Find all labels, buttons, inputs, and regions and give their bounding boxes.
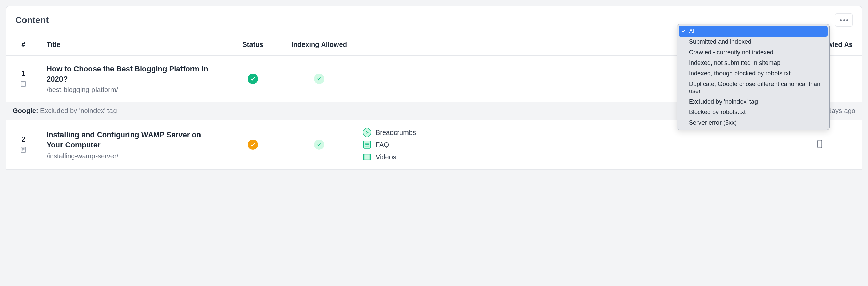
- rich-result-videos: Videos: [363, 153, 396, 161]
- group-status-value: Excluded by 'noindex' tag: [40, 107, 117, 114]
- faq-icon: [363, 140, 371, 149]
- group-source-label: Google:: [13, 107, 38, 114]
- column-header-number[interactable]: #: [6, 34, 40, 56]
- dropdown-item-indexed-not-submitted[interactable]: Indexed, not submitted in sitemap: [679, 58, 828, 68]
- row-slug: /best-blogging-platform/: [47, 86, 218, 94]
- videos-icon: [363, 153, 371, 161]
- rich-result-breadcrumbs: Breadcrumbs: [363, 128, 416, 137]
- indexing-badge: [314, 140, 324, 150]
- dropdown-item-excluded-noindex[interactable]: Excluded by 'noindex' tag: [679, 96, 828, 107]
- column-header-indexing[interactable]: Indexing Allowed: [282, 34, 357, 56]
- svg-rect-25: [818, 140, 822, 148]
- breadcrumbs-icon: [363, 128, 371, 137]
- content-panel: Content All Submitted and indexed Crawle…: [6, 6, 862, 170]
- dropdown-item-crawled-not-indexed[interactable]: Crawled - currently not indexed: [679, 47, 828, 58]
- document-icon: [20, 146, 27, 155]
- document-icon: [20, 81, 27, 89]
- status-filter-dropdown[interactable]: All Submitted and indexed Crawled - curr…: [677, 24, 830, 130]
- dropdown-item-server-error[interactable]: Server error (5xx): [679, 118, 828, 128]
- more-actions-button[interactable]: [835, 13, 853, 27]
- svg-point-16: [365, 146, 366, 147]
- mobile-device-icon: [816, 144, 823, 150]
- svg-point-14: [365, 144, 366, 145]
- row-number: 2: [13, 135, 34, 144]
- column-header-title[interactable]: Title: [40, 34, 224, 56]
- dropdown-item-blocked-robots[interactable]: Blocked by robots.txt: [679, 107, 828, 118]
- check-icon: [681, 28, 686, 35]
- dropdown-item-submitted-indexed[interactable]: Submitted and indexed: [679, 37, 828, 47]
- dots-icon: [840, 19, 842, 21]
- row-slug: /installing-wamp-server/: [47, 152, 218, 160]
- rich-result-faq: FAQ: [363, 140, 389, 149]
- dropdown-item-duplicate-canonical[interactable]: Duplicate, Google chose different canoni…: [679, 79, 828, 96]
- column-header-status[interactable]: Status: [224, 34, 282, 56]
- svg-point-12: [365, 143, 366, 144]
- panel-title: Content: [15, 15, 49, 25]
- dropdown-item-indexed-blocked-robots[interactable]: Indexed, though blocked by robots.txt: [679, 68, 828, 79]
- dropdown-item-all[interactable]: All: [679, 26, 828, 37]
- svg-rect-18: [363, 154, 371, 160]
- status-badge: [248, 74, 258, 84]
- rich-results-list: Breadcrumbs FAQ Videos: [363, 128, 804, 161]
- row-title: How to Choose the Best Blogging Platform…: [47, 64, 218, 84]
- svg-rect-10: [363, 128, 371, 137]
- status-badge: [248, 140, 258, 150]
- indexing-badge: [314, 74, 324, 84]
- row-number: 1: [13, 69, 34, 78]
- row-title: Installing and Configuring WAMP Server o…: [47, 130, 218, 150]
